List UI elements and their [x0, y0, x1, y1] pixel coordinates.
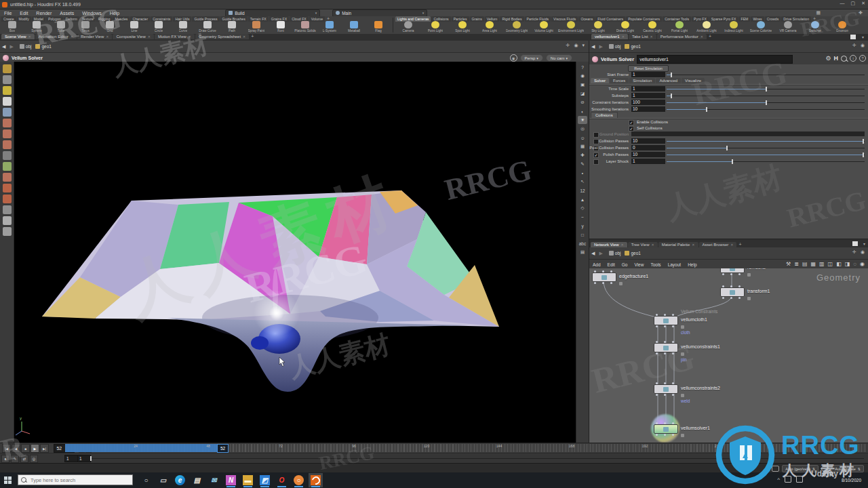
display-option-icon[interactable]: ✎ [578, 160, 587, 168]
node-name-field[interactable]: vellumsolver1 [637, 55, 793, 64]
forward-icon[interactable]: ▶ [599, 44, 602, 49]
pane-tab[interactable]: Material Palette✕ [658, 242, 698, 247]
network-toolbar-icon[interactable]: ◫ [828, 261, 833, 267]
node-badge[interactable] [619, 282, 623, 285]
close-icon[interactable]: ✕ [651, 243, 654, 247]
viewport-tool-icon[interactable] [3, 86, 12, 95]
pane-tab[interactable]: Geometry Spreadsheet✕ [195, 34, 249, 39]
pen-icon[interactable] [796, 476, 803, 483]
network-node[interactable]: transform1 [720, 287, 743, 297]
network-toolbar-icon[interactable]: ≣ [794, 261, 799, 267]
viewport-tool-icon[interactable] [3, 108, 12, 117]
display-option-icon[interactable]: y [578, 222, 587, 230]
search-input[interactable] [18, 474, 133, 485]
node-box[interactable] [720, 268, 745, 273]
close-icon[interactable]: ✕ [71, 35, 73, 39]
close-icon[interactable]: ✕ [28, 35, 31, 39]
viewport-tool-icon[interactable] [3, 173, 12, 182]
network-node[interactable]: vellumconstraints1 pin [654, 343, 677, 352]
add-pane-tab-button[interactable]: + [251, 34, 254, 39]
network-node[interactable]: edgefracture1 [592, 272, 615, 282]
breadcrumb[interactable]: obj [20, 44, 32, 49]
shelf-tool[interactable]: Caustic Light [639, 21, 666, 33]
display-option-icon[interactable]: □ [578, 230, 587, 239]
menu-item[interactable]: Assets [60, 11, 74, 16]
viewport-tool-icon[interactable] [3, 184, 12, 192]
shelf-tool[interactable]: Curve [171, 21, 195, 33]
node-box[interactable] [592, 272, 616, 282]
network-toolbar-icon[interactable]: ◧ [836, 261, 842, 267]
display-option-icon[interactable]: ☀ [578, 116, 587, 124]
pane-tab[interactable]: Performance Monitor✕ [657, 34, 707, 39]
viewport-tool-icon[interactable] [3, 162, 12, 171]
network-node[interactable]: vellumsolver1 [654, 424, 677, 434]
node-badge[interactable] [747, 297, 751, 300]
node-badge[interactable] [681, 325, 684, 329]
parameter-tab[interactable]: Visualize [682, 78, 705, 83]
viewport-tool-icon[interactable] [3, 151, 12, 160]
display-option-icon[interactable]: ☺ [578, 134, 587, 142]
display-option-icon[interactable]: ? [578, 63, 587, 71]
display-option-icon[interactable]: ~ [578, 213, 587, 221]
node-box[interactable] [654, 316, 678, 325]
network-menu-item[interactable]: Tools [650, 262, 660, 267]
shelf-tool[interactable]: Ambient Light [693, 21, 720, 33]
network-menu-item[interactable]: Edit [608, 262, 615, 267]
breadcrumb[interactable]: obj [609, 44, 621, 49]
close-icon[interactable]: ✕ [701, 35, 703, 39]
shelf-tool[interactable]: Torus [73, 21, 98, 33]
close-icon[interactable]: ✕ [692, 243, 694, 247]
desktop-selector[interactable]: Build ▾ [225, 9, 320, 17]
chevron-down-icon[interactable]: ▾ [863, 241, 865, 246]
display-option-icon[interactable]: ↖ [578, 178, 587, 186]
display-option-icon[interactable]: ◇ [578, 204, 587, 212]
shelf-tool[interactable]: Geometry Light [503, 21, 530, 33]
shelf-tool[interactable]: Font [269, 21, 293, 33]
network-node[interactable]: Vellum Constraints vellumcloth1 cloth [654, 316, 677, 325]
playback-button[interactable]: ▶ [31, 444, 39, 453]
shelf-tool[interactable]: L-System [317, 21, 342, 33]
network-canvas[interactable]: remesh2 edgefracture1 [589, 268, 868, 443]
window-control-button[interactable]: ✕ [861, 1, 865, 6]
hidden-icons-chevron[interactable]: ^ [777, 476, 780, 483]
viewport-tool-icon[interactable] [3, 119, 12, 127]
breadcrumb[interactable]: obj [609, 251, 621, 256]
display-option-icon[interactable]: ▤ [578, 248, 587, 256]
parameter-slider[interactable] [667, 102, 865, 103]
shelf-tool[interactable]: Line [122, 21, 146, 33]
shelf-tool[interactable]: Area Light [476, 21, 503, 33]
forward-icon[interactable]: ▶ [599, 251, 602, 256]
chevron-down-icon[interactable]: ▾ [862, 35, 864, 39]
parameter-slider[interactable] [667, 161, 865, 162]
network-toolbar-icon[interactable]: ▤ [802, 261, 808, 267]
playback-range-slider[interactable] [90, 458, 864, 459]
close-icon[interactable]: ✕ [148, 35, 151, 39]
taskbar-icon[interactable]: ○ [139, 473, 153, 487]
shelf-tool[interactable]: Camera [395, 21, 422, 33]
playbar-option-icon[interactable]: ⇄ [20, 455, 28, 463]
start-button[interactable] [4, 476, 12, 484]
window-control-button[interactable]: — [840, 1, 845, 6]
network-toolbar-icon[interactable]: ▥ [819, 261, 825, 267]
parameter-field[interactable]: 1 [631, 159, 665, 164]
playback-button[interactable]: |◀ [2, 444, 11, 453]
pane-tab[interactable]: Composite View✕ [113, 34, 153, 39]
taskbar-icon[interactable]: ✉ [207, 473, 221, 487]
parameter-field[interactable]: 1 [631, 86, 665, 92]
taskbar-icon[interactable]: ○ [292, 473, 306, 487]
shelf-tool[interactable]: Indirect Light [720, 21, 747, 33]
shelf-tool[interactable]: Gnomon [829, 21, 856, 33]
info-icon[interactable]: i [850, 55, 856, 62]
menu-item[interactable]: Help [110, 11, 119, 16]
viewport-tool-icon[interactable] [3, 64, 12, 73]
menu-item[interactable]: Render [36, 11, 52, 16]
display-option-icon[interactable]: ◎ [578, 125, 587, 133]
shelf-tool[interactable]: Tube [49, 21, 73, 33]
range-start-field[interactable]: 1 [64, 455, 78, 462]
back-icon[interactable]: ◀ [591, 251, 595, 256]
shelf-tool[interactable]: Sky Light [585, 21, 612, 33]
close-icon[interactable]: ✕ [189, 35, 191, 39]
pane-tab[interactable]: Tree View✕ [628, 242, 658, 247]
network-menu-item[interactable]: Layout [668, 262, 682, 267]
search-icon[interactable] [841, 56, 847, 62]
